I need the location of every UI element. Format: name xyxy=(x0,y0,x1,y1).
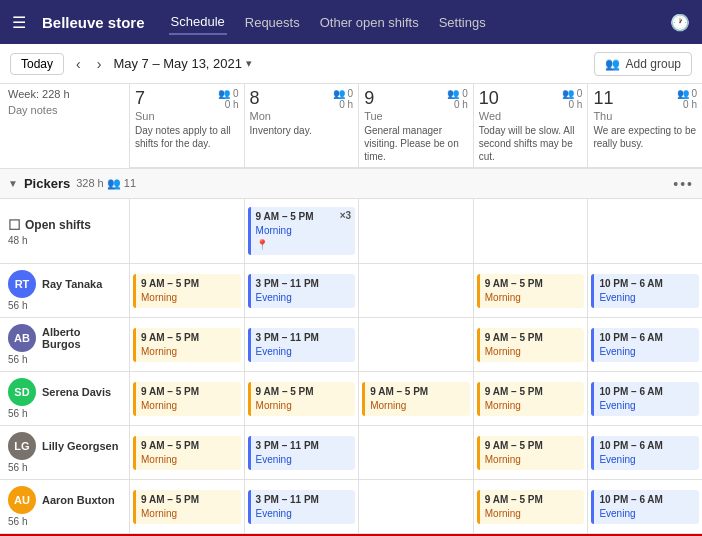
employee-shifts-3: 9 AM – 5 PMMorning3 PM – 11 PMEvening9 A… xyxy=(130,426,702,479)
shift-cell-3-0: 9 AM – 5 PMMorning xyxy=(130,426,245,479)
shift-cell-4-1: 3 PM – 11 PMEvening xyxy=(245,480,360,533)
shift-block[interactable]: 3 PM – 11 PMEvening xyxy=(248,274,356,308)
date-range-chevron[interactable]: ▾ xyxy=(246,57,252,70)
employee-name-3: Lilly Georgsen xyxy=(42,440,118,452)
employee-name-4: Aaron Buxton xyxy=(42,494,115,506)
open-shift-cell-0 xyxy=(130,199,245,263)
shift-block[interactable]: 9 AM – 5 PMMorning xyxy=(133,382,241,416)
open-shift-cell-4 xyxy=(588,199,702,263)
group-name: Pickers xyxy=(24,176,70,191)
shift-cell-1-3: 9 AM – 5 PMMorning xyxy=(474,318,589,371)
shift-cell-4-3: 9 AM – 5 PMMorning xyxy=(474,480,589,533)
pin-icon: 📍 xyxy=(256,238,351,252)
group-chevron[interactable]: ▼ xyxy=(8,178,18,189)
nav-other-open-shifts[interactable]: Other open shifts xyxy=(318,11,421,34)
shift-block[interactable]: 9 AM – 5 PMMorning xyxy=(362,382,470,416)
shift-cell-2-0: 9 AM – 5 PMMorning xyxy=(130,372,245,425)
day-num-0: 7 xyxy=(135,88,145,109)
shift-block[interactable]: 3 PM – 11 PMEvening xyxy=(248,328,356,362)
shift-block[interactable]: 9 AM – 5 PMMorning xyxy=(248,382,356,416)
employee-name-1: Alberto Burgos xyxy=(42,326,121,350)
group-options[interactable]: ••• xyxy=(673,176,694,192)
next-week-button[interactable]: › xyxy=(93,54,106,74)
shift-block[interactable]: 9 AM – 5 PMMorning xyxy=(477,328,585,362)
employee-info-3: LG Lilly Georgsen 56 h xyxy=(0,426,130,479)
today-button[interactable]: Today xyxy=(10,53,64,75)
open-shift-cell-2 xyxy=(359,199,474,263)
shift-block[interactable]: 3 PM – 11 PMEvening xyxy=(248,436,356,470)
day-stats-0: 👥 00 h xyxy=(218,88,238,110)
shift-cell-0-1: 3 PM – 11 PMEvening xyxy=(245,264,360,317)
open-shift-cell-3 xyxy=(474,199,589,263)
employee-row-2: SD Serena Davis 56 h 9 AM – 5 PMMorning9… xyxy=(0,372,702,426)
history-icon[interactable]: 🕐 xyxy=(670,13,690,32)
open-shifts-row: ☐ Open shifts 48 h 9 AM – 5 PM ×3Morning… xyxy=(0,199,702,264)
shift-cell-1-4: 10 PM – 6 AMEvening xyxy=(588,318,702,371)
day-note-4: We are expecting to be really busy. xyxy=(593,124,697,150)
open-shift-cell-1: 9 AM – 5 PM ×3Morning📍 xyxy=(245,199,360,263)
shift-block[interactable]: 9 AM – 5 PMMorning xyxy=(133,436,241,470)
shift-cell-2-2: 9 AM – 5 PMMorning xyxy=(359,372,474,425)
nav-settings[interactable]: Settings xyxy=(437,11,488,34)
shift-cell-3-3: 9 AM – 5 PMMorning xyxy=(474,426,589,479)
shift-cell-2-3: 9 AM – 5 PMMorning xyxy=(474,372,589,425)
day-name-2: Tue xyxy=(364,110,468,122)
shift-block[interactable]: 10 PM – 6 AMEvening xyxy=(591,436,699,470)
employee-hours-3: 56 h xyxy=(8,462,121,473)
shift-block[interactable]: 10 PM – 6 AMEvening xyxy=(591,382,699,416)
hamburger-menu[interactable]: ☰ xyxy=(12,13,26,32)
shift-block[interactable]: 10 PM – 6 AMEvening xyxy=(591,490,699,524)
shift-cell-3-2 xyxy=(359,426,474,479)
day-stats-1: 👥 00 h xyxy=(333,88,353,110)
employee-name-2: Serena Davis xyxy=(42,386,111,398)
nav-requests[interactable]: Requests xyxy=(243,11,302,34)
shift-cell-1-0: 9 AM – 5 PMMorning xyxy=(130,318,245,371)
week-label: Week: 228 h xyxy=(8,88,121,100)
day-stats-4: 👥 00 h xyxy=(677,88,697,110)
shift-block[interactable]: 9 AM – 5 PMMorning xyxy=(133,490,241,524)
shift-block[interactable]: 10 PM – 6 AMEvening xyxy=(591,328,699,362)
employee-info-1: AB Alberto Burgos 56 h xyxy=(0,318,130,371)
avatar-2: SD xyxy=(8,378,36,406)
employee-hours-0: 56 h xyxy=(8,300,121,311)
employee-hours-4: 56 h xyxy=(8,516,121,527)
shift-cell-3-4: 10 PM – 6 AMEvening xyxy=(588,426,702,479)
open-shifts-hours: 48 h xyxy=(8,235,27,246)
day-col-0: 7 👥 00 h Sun Day notes apply to all shif… xyxy=(130,84,245,168)
employee-row-4: AU Aaron Buxton 56 h 9 AM – 5 PMMorning3… xyxy=(0,480,702,534)
prev-week-button[interactable]: ‹ xyxy=(72,54,85,74)
group-hours: 328 h 👥 11 xyxy=(76,177,136,190)
add-group-button[interactable]: 👥 Add group xyxy=(594,52,692,76)
shift-block[interactable]: 3 PM – 11 PMEvening xyxy=(248,490,356,524)
day-stats-3: 👥 00 h xyxy=(562,88,582,110)
shift-block[interactable]: 9 AM – 5 PMMorning xyxy=(133,274,241,308)
shift-block[interactable]: 9 AM – 5 PMMorning xyxy=(133,328,241,362)
employee-shifts-0: 9 AM – 5 PMMorning3 PM – 11 PMEvening9 A… xyxy=(130,264,702,317)
shift-block[interactable]: 9 AM – 5 PMMorning xyxy=(477,490,585,524)
avatar-0: RT xyxy=(8,270,36,298)
shift-cell-2-1: 9 AM – 5 PMMorning xyxy=(245,372,360,425)
store-name: Belleuve store xyxy=(42,14,145,31)
employee-row-0: RT Ray Tanaka 56 h 9 AM – 5 PMMorning3 P… xyxy=(0,264,702,318)
avatar-4: AU xyxy=(8,486,36,514)
shift-cell-0-0: 9 AM – 5 PMMorning xyxy=(130,264,245,317)
employee-hours-1: 56 h xyxy=(8,354,121,365)
shift-cell-4-0: 9 AM – 5 PMMorning xyxy=(130,480,245,533)
day-col-4: 11 👥 00 h Thu We are expecting to be rea… xyxy=(588,84,702,168)
employee-hours-2: 56 h xyxy=(8,408,121,419)
employee-row-1: AB Alberto Burgos 56 h 9 AM – 5 PMMornin… xyxy=(0,318,702,372)
shift-cell-4-4: 10 PM – 6 AMEvening xyxy=(588,480,702,533)
shift-block[interactable]: 9 AM – 5 PM ×3Morning📍 xyxy=(248,207,356,255)
employee-shifts-1: 9 AM – 5 PMMorning3 PM – 11 PMEvening9 A… xyxy=(130,318,702,371)
day-num-2: 9 xyxy=(364,88,374,109)
shift-block[interactable]: 9 AM – 5 PMMorning xyxy=(477,436,585,470)
nav-schedule[interactable]: Schedule xyxy=(169,10,227,35)
shift-block[interactable]: 9 AM – 5 PMMorning xyxy=(477,274,585,308)
day-notes-label: Day notes xyxy=(8,104,121,116)
day-note-2: General manager visiting. Please be on t… xyxy=(364,124,468,163)
shift-block[interactable]: 10 PM – 6 AMEvening xyxy=(591,274,699,308)
group-header: ▼ Pickers 328 h 👥 11 ••• xyxy=(0,169,702,199)
shift-block[interactable]: 9 AM – 5 PMMorning xyxy=(477,382,585,416)
day-note-0: Day notes apply to all shifts for the da… xyxy=(135,124,239,150)
day-name-1: Mon xyxy=(250,110,354,122)
